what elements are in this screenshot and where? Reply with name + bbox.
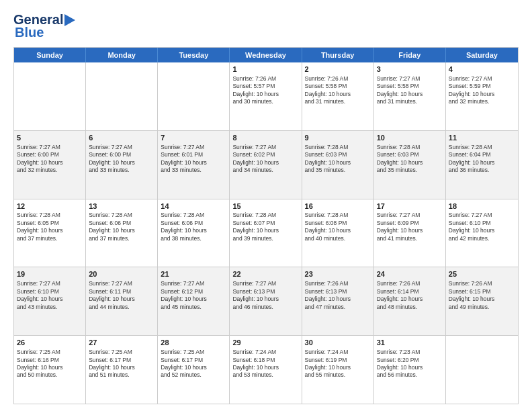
day-info-line: and 32 minutes. (449, 98, 515, 105)
day-info-line: Sunrise: 7:28 AM (89, 212, 154, 219)
day-info-line: and 35 minutes. (305, 167, 371, 174)
weekday-header: Tuesday (158, 48, 230, 62)
day-info-line: and 33 minutes. (89, 167, 154, 174)
day-info-line: and 45 minutes. (161, 304, 226, 311)
day-info-line: Daylight: 10 hours (89, 227, 154, 234)
day-info-line: and 51 minutes. (89, 371, 154, 379)
calendar-cell (86, 62, 158, 130)
day-info-line: and 31 minutes. (305, 98, 371, 105)
day-info-line: Sunrise: 7:27 AM (232, 280, 298, 287)
day-info-line: Sunrise: 7:27 AM (449, 212, 515, 219)
calendar-cell: 1Sunrise: 7:26 AMSunset: 5:57 PMDaylight… (230, 62, 302, 130)
day-info-line: Sunrise: 7:28 AM (161, 212, 226, 219)
day-info-line: Sunrise: 7:26 AM (305, 280, 371, 287)
day-info-line: Sunrise: 7:27 AM (89, 280, 154, 287)
calendar-cell: 4Sunrise: 7:27 AMSunset: 5:59 PMDaylight… (446, 62, 518, 130)
day-info-line: Sunset: 5:59 PM (449, 83, 515, 90)
weekday-header: Monday (86, 48, 158, 62)
day-info-line: Sunrise: 7:25 AM (17, 349, 83, 356)
day-info-line: Sunrise: 7:28 AM (377, 144, 443, 151)
day-info-line: Sunset: 5:58 PM (377, 83, 443, 90)
day-info-line: Sunset: 6:06 PM (161, 220, 226, 227)
day-info-line: Daylight: 10 hours (161, 364, 226, 371)
day-info-line: Sunset: 6:09 PM (377, 220, 443, 227)
day-info-line: Sunrise: 7:28 AM (449, 144, 515, 151)
day-info-line: Sunrise: 7:24 AM (305, 349, 371, 356)
day-info-line: and 39 minutes. (232, 235, 298, 242)
calendar-cell: 28Sunrise: 7:25 AMSunset: 6:17 PMDayligh… (158, 336, 230, 404)
day-info-line: Daylight: 10 hours (17, 227, 83, 234)
day-info-line: and 33 minutes. (161, 167, 226, 174)
day-info-line: Daylight: 10 hours (449, 295, 515, 303)
day-number: 15 (232, 201, 298, 212)
day-info-line: Sunrise: 7:25 AM (89, 349, 154, 356)
day-number: 4 (449, 64, 515, 75)
calendar-header: SundayMondayTuesdayWednesdayThursdayFrid… (14, 48, 518, 62)
day-info-line: Sunset: 6:10 PM (17, 288, 83, 295)
day-info-line: Sunset: 6:17 PM (89, 357, 154, 364)
calendar-cell: 19Sunrise: 7:27 AMSunset: 6:10 PMDayligh… (14, 267, 86, 335)
day-info-line: Daylight: 10 hours (305, 227, 371, 234)
day-info-line: Sunset: 6:07 PM (232, 220, 298, 227)
calendar-cell (158, 62, 230, 130)
day-number: 12 (17, 201, 83, 212)
day-info-line: Daylight: 10 hours (17, 159, 83, 167)
day-info-line: Sunrise: 7:27 AM (161, 144, 226, 151)
day-info-line: Sunrise: 7:28 AM (232, 212, 298, 219)
calendar-cell: 23Sunrise: 7:26 AMSunset: 6:13 PMDayligh… (302, 267, 374, 335)
weekday-header: Thursday (302, 48, 374, 62)
day-info-line: Sunset: 6:03 PM (377, 151, 443, 158)
day-info-line: Sunset: 6:08 PM (305, 220, 371, 227)
day-info-line: Sunset: 6:14 PM (377, 288, 443, 295)
day-info-line: Sunrise: 7:26 AM (305, 75, 371, 83)
day-info-line: Daylight: 10 hours (377, 227, 443, 234)
calendar-cell: 12Sunrise: 7:28 AMSunset: 6:05 PMDayligh… (14, 199, 86, 267)
day-info-line: Sunrise: 7:27 AM (17, 144, 83, 151)
day-info-line: Sunrise: 7:25 AM (161, 349, 226, 356)
day-info-line: Daylight: 10 hours (232, 91, 298, 98)
day-info-line: and 43 minutes. (17, 304, 83, 311)
day-info-line: Sunrise: 7:27 AM (449, 75, 515, 83)
calendar-cell: 2Sunrise: 7:26 AMSunset: 5:58 PMDaylight… (302, 62, 374, 130)
day-info-line: Sunrise: 7:27 AM (377, 75, 443, 83)
day-number: 6 (89, 133, 154, 143)
day-number: 17 (377, 201, 443, 212)
day-info-line: Daylight: 10 hours (377, 159, 443, 167)
calendar-cell: 6Sunrise: 7:27 AMSunset: 6:00 PMDaylight… (86, 131, 158, 199)
day-number: 26 (17, 338, 83, 348)
header: General Blue (13, 12, 519, 40)
day-info-line: and 30 minutes. (232, 98, 298, 105)
svg-marker-0 (64, 14, 75, 26)
calendar-row: 19Sunrise: 7:27 AMSunset: 6:10 PMDayligh… (14, 267, 518, 336)
day-number: 10 (377, 133, 443, 143)
day-info-line: Sunset: 6:00 PM (17, 151, 83, 158)
day-info-line: Sunrise: 7:23 AM (377, 349, 443, 356)
day-info-line: and 56 minutes. (377, 371, 443, 379)
calendar-cell: 21Sunrise: 7:27 AMSunset: 6:12 PMDayligh… (158, 267, 230, 335)
logo-blue: Blue (15, 25, 44, 40)
day-number: 19 (17, 269, 83, 279)
day-number: 29 (232, 338, 298, 348)
logo: General Blue (13, 12, 79, 40)
page: General Blue SundayMondayTuesdayWednesda… (0, 0, 532, 411)
day-info-line: Daylight: 10 hours (305, 364, 371, 371)
day-info-line: Sunrise: 7:26 AM (377, 280, 443, 287)
day-info-line: Daylight: 10 hours (305, 295, 371, 303)
calendar-cell (14, 62, 86, 130)
day-info-line: Sunset: 6:02 PM (232, 151, 298, 158)
day-info-line: Daylight: 10 hours (89, 295, 154, 303)
day-info-line: Sunset: 6:11 PM (89, 288, 154, 295)
calendar-cell: 14Sunrise: 7:28 AMSunset: 6:06 PMDayligh… (158, 199, 230, 267)
day-info-line: and 37 minutes. (17, 235, 83, 242)
day-info-line: Sunset: 5:58 PM (305, 83, 371, 90)
day-info-line: Daylight: 10 hours (449, 227, 515, 234)
day-info-line: Daylight: 10 hours (449, 91, 515, 98)
day-info-line: Sunset: 6:01 PM (161, 151, 226, 158)
calendar-cell: 15Sunrise: 7:28 AMSunset: 6:07 PMDayligh… (230, 199, 302, 267)
weekday-header: Sunday (14, 48, 86, 62)
day-info-line: and 31 minutes. (377, 98, 443, 105)
day-number: 2 (305, 64, 371, 75)
day-info-line: and 49 minutes. (449, 304, 515, 311)
day-info-line: and 53 minutes. (232, 371, 298, 379)
calendar-cell: 20Sunrise: 7:27 AMSunset: 6:11 PMDayligh… (86, 267, 158, 335)
